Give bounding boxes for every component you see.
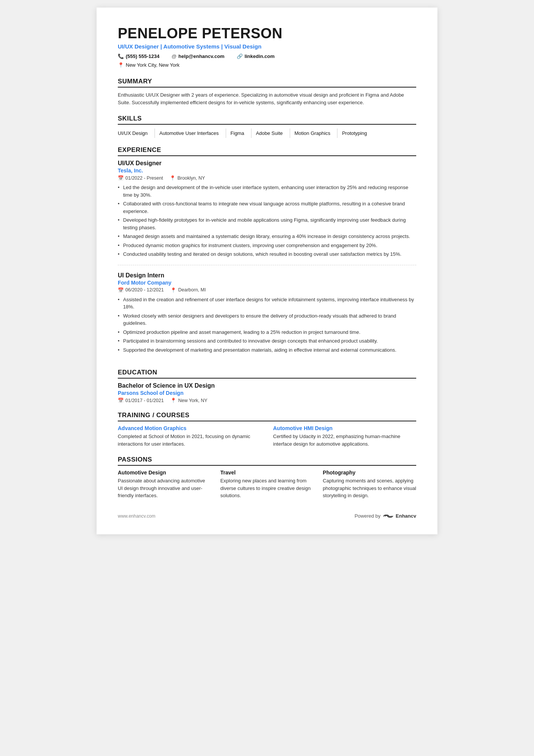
location-contact: 📍 New York City, New York	[118, 62, 180, 68]
bullet-item: Optimized production pipeline and asset …	[118, 329, 416, 336]
job-bullets-1: Assisted in the creation and refinement …	[118, 296, 416, 354]
training-name-0: Advanced Motion Graphics	[118, 425, 261, 431]
resume-page: PENELOPE PETERSON UI/UX Designer | Autom…	[97, 8, 437, 534]
skills-title: SKILLS	[118, 115, 416, 125]
bullet-item: Participated in brainstorming sessions a…	[118, 337, 416, 345]
passions-grid: Automotive Design Passionate about advan…	[118, 470, 416, 499]
summary-title: SUMMARY	[118, 78, 416, 88]
passion-desc-2: Capturing moments and scenes, applying p…	[323, 477, 416, 499]
phone-number: (555) 555-1234	[126, 53, 159, 59]
passion-item-0: Automotive Design Passionate about advan…	[118, 470, 211, 499]
company-name-1: Ford Motor Company	[118, 280, 416, 286]
footer: www.enhancv.com Powered by Enhancv	[118, 513, 416, 519]
training-grid: Advanced Motion Graphics Completed at Sc…	[118, 425, 416, 448]
passion-title-2: Photography	[323, 470, 416, 476]
skill-item: UI/UX Design	[118, 128, 155, 138]
skill-item: Automotive User Interfaces	[159, 128, 226, 138]
education-section: EDUCATION Bachelor of Science in UX Desi…	[118, 369, 416, 403]
bullet-item: Developed high-fidelity prototypes for i…	[118, 216, 416, 231]
passion-title-0: Automotive Design	[118, 470, 211, 476]
summary-section: SUMMARY Enthusiastic UI/UX Designer with…	[118, 78, 416, 106]
passions-title: PASSIONS	[118, 456, 416, 466]
training-desc-0: Completed at School of Motion in 2021, f…	[118, 433, 261, 448]
location-pin-icon: 📍	[170, 287, 176, 293]
job-meta-0: 📅 01/2022 - Present 📍 Brooklyn, NY	[118, 175, 416, 181]
experience-title: EXPERIENCE	[118, 146, 416, 156]
bullet-item: Produced dynamic motion graphics for ins…	[118, 242, 416, 249]
passions-section: PASSIONS Automotive Design Passionate ab…	[118, 456, 416, 499]
header: PENELOPE PETERSON UI/UX Designer | Autom…	[118, 26, 416, 69]
training-title: TRAINING / COURSES	[118, 412, 416, 421]
passion-item-2: Photography Capturing moments and scenes…	[323, 470, 416, 499]
job-date-0: 📅 01/2022 - Present	[118, 175, 163, 181]
edu-degree: Bachelor of Science in UX Design	[118, 382, 416, 389]
summary-text: Enthusiastic UI/UX Designer with 2 years…	[118, 91, 416, 106]
bullet-item: Worked closely with senior designers and…	[118, 312, 416, 327]
experience-section: EXPERIENCE UI/UX Designer Tesla, Inc. 📅 …	[118, 146, 416, 360]
bullet-item: Assisted in the creation and refinement …	[118, 296, 416, 311]
job-location-1: 📍 Dearborn, MI	[170, 287, 206, 293]
location-icon: 📍	[118, 62, 124, 68]
email-address: help@enhancv.com	[178, 53, 225, 59]
training-desc-1: Certified by Udacity in 2022, emphasizin…	[273, 433, 416, 448]
linkedin-icon: 🔗	[237, 53, 243, 59]
skills-list: UI/UX Design Automotive User Interfaces …	[118, 128, 416, 138]
skill-item: Motion Graphics	[295, 128, 338, 138]
job-title-0: UI/UX Designer	[118, 160, 416, 167]
bullet-item: Collaborated with cross-functional teams…	[118, 200, 416, 215]
passion-title-1: Travel	[220, 470, 314, 476]
powered-by-text: Powered by	[354, 513, 381, 519]
footer-website: www.enhancv.com	[118, 513, 155, 519]
contact-row: 📞 (555) 555-1234 @ help@enhancv.com 🔗 li…	[118, 53, 416, 61]
location-text: New York City, New York	[126, 62, 180, 68]
bullet-item: Supported the development of marketing a…	[118, 346, 416, 354]
job-location-0: 📍 Brooklyn, NY	[170, 175, 205, 181]
edu-date: 📅 01/2017 - 01/2021	[118, 398, 164, 403]
company-name-0: Tesla, Inc.	[118, 167, 416, 174]
candidate-name: PENELOPE PETERSON	[118, 26, 416, 42]
edu-location: 📍 New York, NY	[170, 398, 207, 403]
passion-desc-0: Passionate about advancing automotive UI…	[118, 477, 211, 499]
skill-item: Adobe Suite	[256, 128, 290, 138]
enhancv-icon	[383, 513, 393, 519]
calendar-icon: 📅	[118, 287, 124, 293]
edu-school: Parsons School of Design	[118, 390, 416, 396]
job-meta-1: 📅 06/2020 - 12/2021 📍 Dearborn, MI	[118, 287, 416, 293]
linkedin-url: linkedin.com	[245, 53, 275, 59]
bullet-item: Conducted usability testing and iterated…	[118, 250, 416, 258]
enhancv-brand-name: Enhancv	[396, 513, 416, 519]
calendar-icon: 📅	[118, 175, 124, 181]
candidate-title: UI/UX Designer | Automotive Systems | Vi…	[118, 43, 416, 50]
skills-section: SKILLS UI/UX Design Automotive User Inte…	[118, 115, 416, 138]
calendar-icon: 📅	[118, 398, 124, 403]
job-block-0: UI/UX Designer Tesla, Inc. 📅 01/2022 - P…	[118, 160, 416, 265]
location-pin-icon: 📍	[170, 175, 176, 181]
training-item-0: Advanced Motion Graphics Completed at Sc…	[118, 425, 261, 448]
email-icon: @	[172, 53, 176, 59]
location-pin-icon: 📍	[170, 398, 176, 403]
location-row: 📍 New York City, New York	[118, 62, 416, 69]
job-date-1: 📅 06/2020 - 12/2021	[118, 287, 164, 293]
phone-icon: 📞	[118, 53, 124, 59]
job-bullets-0: Led the design and development of the in…	[118, 184, 416, 258]
training-item-1: Automotive HMI Design Certified by Udaci…	[273, 425, 416, 448]
phone-contact: 📞 (555) 555-1234	[118, 53, 159, 59]
education-title: EDUCATION	[118, 369, 416, 379]
job-title-1: UI Design Intern	[118, 272, 416, 279]
enhancv-branding: Powered by Enhancv	[354, 513, 416, 519]
bullet-item: Led the design and development of the in…	[118, 184, 416, 199]
passion-item-1: Travel Exploring new places and learning…	[220, 470, 314, 499]
email-contact: @ help@enhancv.com	[172, 53, 225, 59]
job-block-1: UI Design Intern Ford Motor Company 📅 06…	[118, 272, 416, 361]
training-name-1: Automotive HMI Design	[273, 425, 416, 431]
skill-item: Figma	[231, 128, 251, 138]
bullet-item: Managed design assets and maintained a s…	[118, 233, 416, 240]
skill-item: Prototyping	[342, 128, 374, 138]
edu-meta: 📅 01/2017 - 01/2021 📍 New York, NY	[118, 398, 416, 403]
passion-desc-1: Exploring new places and learning from d…	[220, 477, 314, 499]
linkedin-contact: 🔗 linkedin.com	[237, 53, 275, 59]
training-section: TRAINING / COURSES Advanced Motion Graph…	[118, 412, 416, 448]
